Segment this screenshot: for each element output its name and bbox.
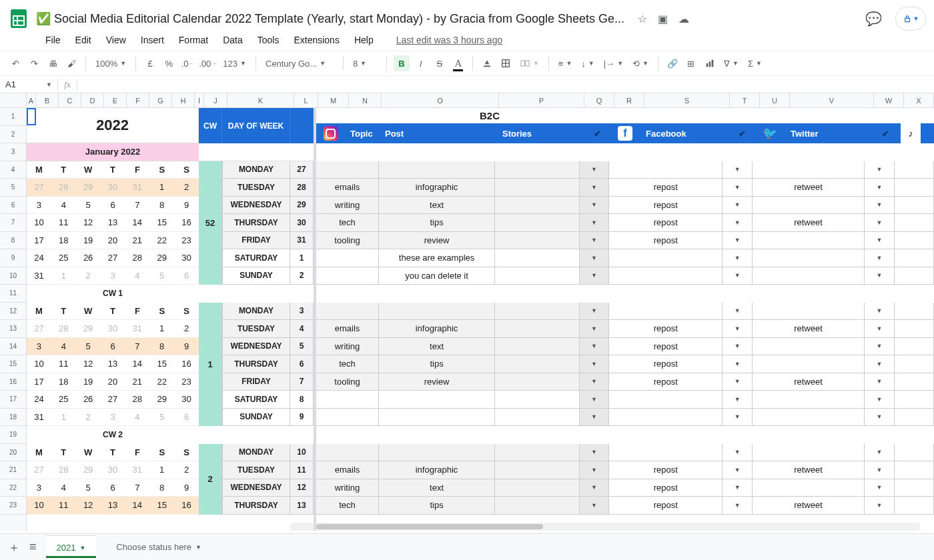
sheet-tab-status[interactable]: Choose status here▼ <box>105 537 212 557</box>
topic-cell[interactable]: emails <box>316 320 379 338</box>
cal-day[interactable]: 10 <box>27 497 51 515</box>
tw-cell[interactable] <box>753 303 865 321</box>
menu-tools[interactable]: Tools <box>258 35 280 45</box>
tw-cell[interactable] <box>753 197 865 215</box>
post-cell[interactable]: infographic <box>379 320 495 338</box>
cal-day[interactable]: 5 <box>76 338 101 356</box>
post-cell[interactable]: these are examples <box>379 249 495 267</box>
row-header[interactable]: 6 <box>0 197 26 215</box>
topic-cell[interactable]: tech <box>316 355 379 373</box>
tw-cell[interactable] <box>753 479 865 497</box>
ig-status-dropdown[interactable]: ▼ <box>580 391 610 409</box>
cal-day[interactable]: 2 <box>76 267 101 285</box>
font-dropdown[interactable]: Century Go...▼ <box>263 59 336 69</box>
topic-cell[interactable]: tooling <box>316 373 379 391</box>
tw-status-dropdown[interactable]: ▼ <box>865 444 895 462</box>
post-cell[interactable]: review <box>379 373 495 391</box>
fb-status-dropdown[interactable]: ▼ <box>723 444 753 462</box>
post-cell[interactable]: infographic <box>379 179 495 197</box>
extra-cell[interactable] <box>895 179 934 197</box>
cal-day[interactable]: 27 <box>27 320 51 338</box>
fb-cell[interactable]: repost <box>609 461 723 479</box>
cal-day[interactable]: 31 <box>125 179 149 197</box>
tw-status-dropdown[interactable]: ▼ <box>865 249 895 267</box>
topic-cell[interactable] <box>316 249 379 267</box>
col-header[interactable]: T <box>730 93 760 107</box>
cal-day[interactable]: 6 <box>174 409 199 427</box>
ig-status-dropdown[interactable]: ▼ <box>580 267 610 285</box>
cal-day[interactable]: 4 <box>125 409 149 427</box>
menu-help[interactable]: Help <box>354 35 374 45</box>
stories-cell[interactable] <box>495 303 580 321</box>
cal-day[interactable]: 15 <box>149 497 174 515</box>
cal-day[interactable]: 9 <box>174 479 199 497</box>
cal-day[interactable]: 1 <box>149 179 174 197</box>
extra-cell[interactable] <box>895 444 934 462</box>
extra-cell[interactable] <box>895 232 934 250</box>
cal-day[interactable]: 25 <box>51 249 76 267</box>
cal-day[interactable]: 11 <box>51 497 76 515</box>
fb-cell[interactable] <box>609 267 723 285</box>
col-header[interactable]: S <box>644 93 730 107</box>
functions-icon[interactable]: Σ▼ <box>745 59 765 69</box>
cal-day[interactable]: 11 <box>51 355 76 373</box>
post-cell[interactable]: text <box>379 197 495 215</box>
menu-view[interactable]: View <box>106 35 126 45</box>
stories-cell[interactable] <box>495 373 580 391</box>
topic-cell[interactable]: tech <box>316 214 379 232</box>
menu-data[interactable]: Data <box>223 35 243 45</box>
fb-status-dropdown[interactable]: ▼ <box>723 479 753 497</box>
cal-day[interactable]: 30 <box>101 179 125 197</box>
cal-day[interactable]: 14 <box>125 497 149 515</box>
extra-cell[interactable] <box>895 373 934 391</box>
extra-cell[interactable] <box>895 214 934 232</box>
extra-cell[interactable] <box>895 391 934 409</box>
post-cell[interactable]: tips <box>379 214 495 232</box>
tw-status-dropdown[interactable]: ▼ <box>865 338 895 356</box>
italic-button[interactable]: I <box>414 55 428 71</box>
row-header[interactable]: 12 <box>0 303 26 321</box>
cal-day[interactable]: 22 <box>149 373 174 391</box>
col-header[interactable]: P <box>499 93 584 107</box>
fb-status-dropdown[interactable]: ▼ <box>723 303 753 321</box>
cal-day[interactable]: 6 <box>101 338 125 356</box>
fb-status-dropdown[interactable]: ▼ <box>723 461 753 479</box>
col-header[interactable]: X <box>904 93 934 107</box>
post-cell[interactable]: review <box>379 232 495 250</box>
cal-day[interactable]: 5 <box>149 409 174 427</box>
cal-day[interactable]: 1 <box>51 267 76 285</box>
cal-day[interactable]: 31 <box>125 320 149 338</box>
col-header[interactable]: U <box>760 93 790 107</box>
comment-icon[interactable]: ⊞ <box>684 55 698 71</box>
cal-day[interactable]: 27 <box>27 179 51 197</box>
fb-status-dropdown[interactable]: ▼ <box>723 214 753 232</box>
merge-button[interactable]: ▼ <box>517 58 542 69</box>
stories-cell[interactable] <box>495 497 580 515</box>
post-cell[interactable]: you can delete it <box>379 267 495 285</box>
cal-day[interactable]: 9 <box>174 338 199 356</box>
cal-day[interactable]: 1 <box>149 461 174 479</box>
last-edit-link[interactable]: Last edit was 3 hours ago <box>396 35 503 45</box>
numfmt-dropdown[interactable]: 123▼ <box>220 59 249 69</box>
cal-day[interactable]: 3 <box>101 267 125 285</box>
extra-cell[interactable] <box>895 479 934 497</box>
cal-day[interactable]: 16 <box>174 214 199 232</box>
cal-day[interactable]: 23 <box>174 373 199 391</box>
chart-icon[interactable] <box>703 55 717 71</box>
extra-cell[interactable] <box>895 303 934 321</box>
fb-cell[interactable]: repost <box>609 179 723 197</box>
cal-day[interactable]: 30 <box>101 461 125 479</box>
freeze-bar-vertical[interactable] <box>314 108 316 531</box>
fb-cell[interactable] <box>609 444 723 462</box>
stories-cell[interactable] <box>495 197 580 215</box>
row-header[interactable]: 15 <box>0 355 26 373</box>
move-icon[interactable]: ▣ <box>658 13 668 25</box>
row-header[interactable]: 23 <box>0 497 26 515</box>
cal-day[interactable]: 13 <box>101 214 125 232</box>
tw-cell[interactable]: retweet <box>753 214 865 232</box>
rotate-button[interactable]: ⟲▼ <box>630 59 651 69</box>
tw-cell[interactable] <box>753 161 865 179</box>
cal-day[interactable]: 28 <box>125 391 149 409</box>
fb-status-dropdown[interactable]: ▼ <box>723 267 753 285</box>
tw-status-dropdown[interactable]: ▼ <box>865 161 895 179</box>
